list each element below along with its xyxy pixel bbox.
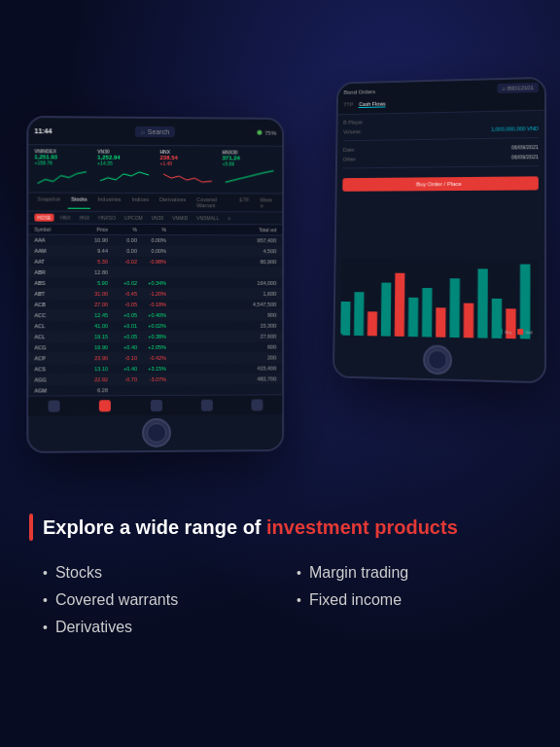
tablet-right: Bond Orders ⌕ BID12101 TTP Cash Flows B … [332, 77, 546, 384]
feature-label: Covered warrants [55, 591, 178, 609]
tablets-section: 11:44 ⌕ Search 75% VNINDEX 1,251.93 +158… [0, 0, 560, 496]
feature-stocks: • Stocks [43, 564, 277, 582]
headline-before: Explore a wide range of [43, 516, 266, 538]
svg-rect-9 [464, 303, 473, 338]
table-row[interactable]: ACG 19.90 +0.40 +2.05% 600 [28, 342, 282, 354]
battery-icon: 75% [264, 129, 276, 135]
feature-margin: • Margin trading [297, 564, 531, 582]
index-hnx: HNX 238.54 +1.48 [159, 149, 214, 190]
subtab-hnx2[interactable]: HNX [76, 214, 92, 222]
table-row[interactable]: AAM 9.44 0.00 0.00% 4,500 [28, 246, 282, 257]
svg-rect-6 [422, 288, 433, 338]
svg-rect-2 [368, 311, 377, 336]
table-row[interactable]: ACL 41.00 +0.01 +0.02% 15,300 [28, 321, 282, 332]
bullet-icon: • [297, 592, 301, 608]
subtab-vnmid[interactable]: VNMID [169, 214, 191, 222]
subtab-vnsmall[interactable]: VNSMALL [193, 214, 222, 222]
bullet-icon: • [43, 565, 48, 581]
chart-svg [340, 258, 539, 338]
orders-icon [201, 400, 213, 411]
tab-snapshot[interactable]: Snapshot [34, 196, 63, 209]
bottom-section: Explore a wide range of investment produ… [0, 494, 560, 747]
table-row[interactable]: AAA 10.90 0.00 0.00% 957,400 [28, 235, 282, 247]
index-chart [97, 166, 152, 186]
table-row[interactable]: ACL 19.15 +0.05 +0.38% 27,600 [28, 332, 282, 343]
subtab-hnx[interactable]: HNX [57, 214, 74, 222]
svg-rect-5 [408, 298, 418, 337]
headline: Explore a wide range of investment produ… [29, 514, 531, 541]
right-content: B Player Volume: 1,000,000,000 VND Date:… [336, 111, 544, 256]
features-grid: • Stocks • Margin trading • Covered warr… [29, 564, 531, 636]
tablet-left-search[interactable]: ⌕ Search [135, 126, 175, 137]
tablet-left: 11:44 ⌕ Search 75% VNINDEX 1,251.93 +158… [26, 116, 284, 453]
home-button-right[interactable] [423, 344, 452, 374]
field-volume: Volume: 1,000,000,000 VND [343, 125, 539, 134]
subtab-upcom[interactable]: UPCOM [122, 214, 146, 222]
svg-rect-8 [449, 278, 460, 338]
home-button[interactable] [141, 418, 170, 447]
search-icon: ⌕ [502, 86, 506, 91]
nav-chart[interactable] [80, 400, 130, 411]
svg-rect-0 [340, 302, 350, 336]
subtab-vn30[interactable]: VN30 [149, 214, 167, 222]
tab-cashflows[interactable]: Cash Flows [359, 101, 386, 108]
home-button-inner-right [428, 350, 447, 371]
tab-covered[interactable]: Covered Warrant [193, 196, 231, 209]
tablet-left-header: 11:44 ⌕ Search 75% [28, 118, 282, 147]
col-symbol: Symbol [34, 227, 73, 232]
table-row[interactable]: ACB 27.00 -0.05 -0.18% 4,547,500 [28, 300, 282, 310]
subtab-more[interactable]: ≡ [225, 214, 233, 222]
table-row[interactable]: ACC 12.45 +0.05 +0.40% 900 [28, 310, 282, 321]
divider [343, 137, 539, 141]
index-chart [159, 166, 214, 186]
divider [343, 165, 539, 168]
tab-indices[interactable]: Indices [129, 196, 152, 209]
index-hnx30: HNX30 371.24 +5.69 [223, 149, 277, 190]
nav-settings[interactable] [231, 399, 282, 410]
home-icon [49, 401, 60, 412]
nav-home[interactable] [28, 400, 80, 411]
headline-text: Explore a wide range of investment produ… [43, 516, 458, 539]
bond-search[interactable]: ⌕ BID12101 [497, 83, 539, 93]
tab-industries[interactable]: Industries [95, 196, 124, 209]
tablet-left-nav [28, 394, 282, 415]
status-icons: 75% [257, 129, 276, 135]
feature-derivatives: • Derivatives [43, 619, 277, 636]
buy-button[interactable]: Buy Order / Place [342, 176, 539, 192]
accent-bar [29, 514, 33, 541]
index-chart [34, 165, 89, 185]
bullet-icon: • [43, 620, 48, 635]
index-vn30: VN30 1,252.94 +14.35 [97, 149, 152, 190]
svg-rect-13 [520, 265, 531, 339]
table-row[interactable]: ABR 12.80 [28, 267, 282, 278]
table-header: Symbol Price % % Total vol [28, 225, 282, 236]
table-row[interactable]: ABT 31.00 -0.45 -1.20% 1,600 [28, 289, 282, 300]
tab-stocks[interactable]: Stocks [68, 196, 90, 209]
bond-chart: Buy Sell [340, 258, 539, 338]
field-date: Date: 06/09/2021 [343, 144, 539, 153]
subtab-hose[interactable]: HOSE [34, 214, 53, 222]
signal-icon [257, 130, 262, 135]
col-price: Price [74, 227, 108, 232]
tab-more[interactable]: More ≡ [258, 196, 277, 209]
bullet-icon: • [297, 565, 301, 581]
home-button-inner [147, 423, 166, 443]
bullet-icon: • [43, 592, 48, 608]
feature-label: Stocks [55, 564, 102, 582]
table-row[interactable]: ACP 23.90 -0.10 -0.42% 200 [28, 353, 282, 365]
tablet-left-time: 11:44 [34, 127, 52, 134]
tab-etf[interactable]: ETF [236, 196, 252, 209]
main-tabs: Snapshot Stocks Industries Indices Deriv… [28, 193, 282, 212]
tab-ttp[interactable]: TTP [343, 101, 353, 108]
table-row[interactable]: AAT 5.30 -0.02 -0.98% 80,900 [28, 257, 282, 267]
nav-watchlist[interactable] [130, 400, 181, 411]
search-icon: ⌕ [141, 128, 145, 135]
chart-icon [99, 400, 111, 411]
nav-orders[interactable] [182, 400, 232, 411]
table-row[interactable]: ABS 5.90 +0.02 +0.34% 164,000 [28, 278, 282, 289]
svg-rect-10 [477, 268, 488, 338]
index-vnindex: VNINDEX 1,251.93 +158.76 [34, 148, 89, 189]
svg-rect-3 [381, 283, 392, 337]
tab-derivatives[interactable]: Derivatives [157, 196, 189, 209]
subtab-hnxso[interactable]: HNXSO [95, 214, 119, 222]
